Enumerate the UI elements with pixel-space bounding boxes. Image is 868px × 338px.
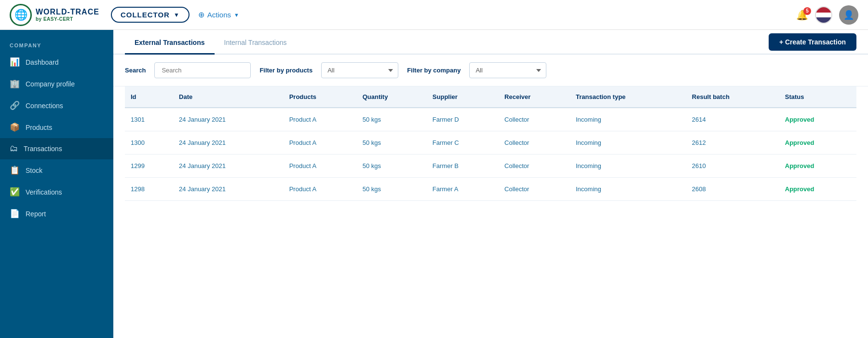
sidebar-item-label: Report [26,210,46,218]
sidebar-item-report[interactable]: 📄 Report [0,203,113,225]
notification-badge: 5 [803,7,811,15]
sidebar-item-transactions[interactable]: 🗂 Transactions [0,138,113,159]
cell-status: Approved [779,131,856,155]
notifications-button[interactable]: 🔔 5 [796,9,808,21]
sidebar-item-label: Products [26,124,52,131]
cell-quantity: 50 kgs [357,131,427,155]
table-header: Id Date Products Quantity Supplier Recei… [125,86,856,108]
cell-status: Approved [779,155,856,178]
sidebar-item-verifications[interactable]: ✅ Verifications [0,181,113,203]
col-receiver: Receiver [499,86,570,108]
cell-id: 1301 [125,108,173,131]
filter-company-label: Filter by company [407,67,461,74]
cell-type: Incoming [570,131,686,155]
filter-company-select[interactable]: All [469,62,546,78]
create-transaction-button[interactable]: + Create Transaction [769,33,856,51]
cell-products: Product A [284,108,357,131]
cell-supplier: Farmer D [427,108,499,131]
chevron-down-icon: ▼ [174,12,180,18]
products-icon: 📦 [10,122,20,132]
table-row[interactable]: 130124 January 2021Product A50 kgsFarmer… [125,108,856,131]
cell-receiver: Collector [499,178,570,201]
cell-supplier: Farmer A [427,178,499,201]
table-body: 130124 January 2021Product A50 kgsFarmer… [125,108,856,201]
cell-type: Incoming [570,155,686,178]
cell-date: 24 January 2021 [173,131,284,155]
sidebar-item-dashboard[interactable]: 📊 Dashboard [0,51,113,73]
cell-date: 24 January 2021 [173,108,284,131]
globe-icon: 🌐 [14,9,27,21]
col-supplier: Supplier [427,86,499,108]
cell-result_batch: 2608 [686,178,779,201]
filter-products-select[interactable]: All [321,62,398,78]
company-icon: 🏢 [10,79,20,89]
table-row[interactable]: 129924 January 2021Product A50 kgsFarmer… [125,155,856,178]
stock-icon: 📋 [10,165,20,175]
cell-result_batch: 2612 [686,131,779,155]
col-date: Date [173,86,284,108]
navbar-right: 🔔 5 👤 [796,5,858,25]
transactions-icon: 🗂 [10,144,18,154]
table-row[interactable]: 129824 January 2021Product A50 kgsFarmer… [125,178,856,201]
logo-icon: 🌐 [10,4,32,26]
cell-receiver: Collector [499,155,570,178]
plus-icon: ⊕ [198,10,204,19]
sidebar-section-company: COMPANY [0,35,113,51]
filter-products-label: Filter by products [259,67,312,74]
cell-products: Product A [284,131,357,155]
col-quantity: Quantity [357,86,427,108]
sidebar-item-label: Transactions [24,145,62,153]
report-icon: 📄 [10,209,20,219]
col-transaction-type: Transaction type [570,86,686,108]
sidebar-item-company-profile[interactable]: 🏢 Company profile [0,73,113,95]
main-content: External Transactions Internal Transacti… [113,30,868,338]
language-flag-button[interactable] [815,6,832,24]
col-products: Products [284,86,357,108]
actions-button[interactable]: ⊕ Actions ▼ [198,10,239,19]
cell-id: 1300 [125,131,173,155]
layout: COMPANY 📊 Dashboard 🏢 Company profile 🔗 … [0,30,868,338]
logo-sub: by EASY-CERT [36,16,99,22]
cell-status: Approved [779,178,856,201]
sidebar-item-label: Stock [26,167,42,174]
search-label: Search [125,67,146,74]
cell-result_batch: 2610 [686,155,779,178]
navbar: 🌐 WORLD-TRACE by EASY-CERT COLLECTOR ▼ ⊕… [0,0,868,30]
sidebar-item-label: Company profile [26,80,75,88]
connections-icon: 🔗 [10,100,20,111]
logo-area: 🌐 WORLD-TRACE by EASY-CERT [10,4,99,26]
cell-receiver: Collector [499,108,570,131]
cell-date: 24 January 2021 [173,155,284,178]
collector-dropdown[interactable]: COLLECTOR ▼ [111,7,190,23]
tabs-bar: External Transactions Internal Transacti… [113,30,868,55]
sidebar-item-connections[interactable]: 🔗 Connections [0,95,113,116]
search-input[interactable] [154,62,251,78]
table-row[interactable]: 130024 January 2021Product A50 kgsFarmer… [125,131,856,155]
logo-title: WORLD-TRACE [36,8,99,16]
user-avatar[interactable]: 👤 [839,5,858,25]
tab-internal-transactions[interactable]: Internal Transactions [215,30,297,55]
filter-row: Search Filter by products All Filter by … [113,55,868,86]
col-status: Status [779,86,856,108]
logo-text: WORLD-TRACE by EASY-CERT [36,8,99,22]
tabs-left: External Transactions Internal Transacti… [125,30,296,54]
dashboard-icon: 📊 [10,57,20,67]
cell-receiver: Collector [499,131,570,155]
transactions-table-wrapper: Id Date Products Quantity Supplier Recei… [113,86,868,201]
cell-quantity: 50 kgs [357,178,427,201]
cell-id: 1298 [125,178,173,201]
sidebar-item-products[interactable]: 📦 Products [0,116,113,138]
collector-label: COLLECTOR [121,11,170,19]
cell-supplier: Farmer B [427,155,499,178]
cell-type: Incoming [570,108,686,131]
cell-id: 1299 [125,155,173,178]
sidebar-item-stock[interactable]: 📋 Stock [0,159,113,181]
tab-external-transactions[interactable]: External Transactions [125,30,215,55]
cell-result_batch: 2614 [686,108,779,131]
cell-products: Product A [284,178,357,201]
sidebar-item-label: Dashboard [26,58,59,66]
cell-quantity: 50 kgs [357,108,427,131]
col-id: Id [125,86,173,108]
verifications-icon: ✅ [10,187,20,197]
chevron-down-icon: ▼ [234,12,239,18]
